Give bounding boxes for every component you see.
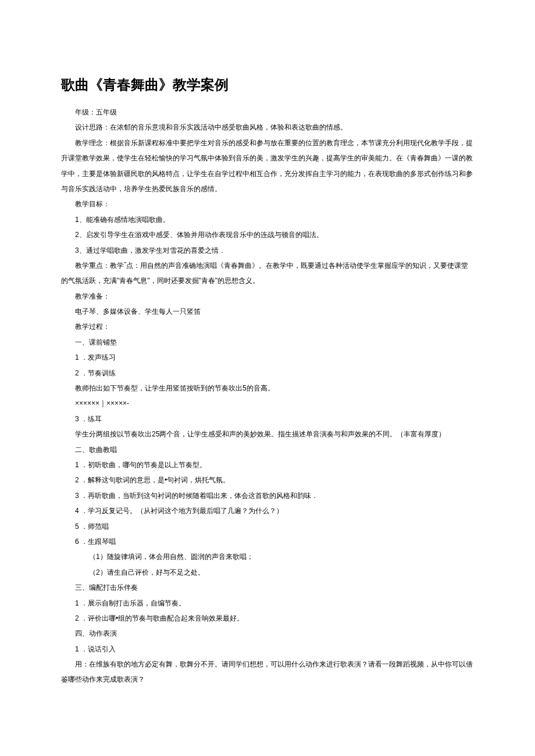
section-4-1: 1 ．说话引入 bbox=[61, 642, 474, 657]
teaching-concept: 教学理念：根据音乐新课程标准中要把学生对音乐的感受和参与放在重要的位置的教育理念… bbox=[61, 135, 474, 197]
section-2-5: 5 ．师范唱 bbox=[61, 519, 474, 534]
section-3-1: 1 ．展示自制打击乐器，自编节奏。 bbox=[61, 596, 474, 611]
prep-items: 电子琴、多媒体设备、学生每人一只竖笛 bbox=[61, 304, 474, 319]
page-title: 歌曲《青春舞曲》教学案例 bbox=[61, 76, 474, 94]
section-4-heading: 四、动作表演 bbox=[61, 626, 474, 641]
section-2-1: 1 ．初听歌曲，哪句的节奏是以上节奏型。 bbox=[61, 457, 474, 472]
goal-2: 2、启发引导学生在游戏中感受、体验并用动作表现音乐中的连战与顿音的唱法。 bbox=[61, 227, 474, 242]
section-1-3-desc: 学生分两组按以节奏吹出25两个音，让学生感受和声的美妙效果。指生描述单音演奏与和… bbox=[61, 427, 474, 442]
section-3-heading: 三、编配打击乐伴奏 bbox=[61, 580, 474, 595]
prep-label: 教学准备： bbox=[61, 289, 474, 304]
goal-3: 3、通过学唱歌曲，激发学生对雪花的喜爱之情． bbox=[61, 243, 474, 258]
goals-label: 教学目标： bbox=[61, 196, 474, 212]
document-page: 歌曲《青春舞曲》教学案例 年级：五年级 设计思路：在浓郁的音乐意境和音乐实践活动… bbox=[0, 0, 535, 711]
section-1-2: 2 ．节奏训练 bbox=[61, 366, 474, 381]
section-1-1: 1 ．发声练习 bbox=[61, 350, 474, 365]
section-2-6: 6 ．生跟琴唱 bbox=[61, 534, 474, 549]
section-2-6-2: （2）请生自己评价，好与不足之处。 bbox=[61, 565, 474, 580]
section-1-heading: 一、课前铺垫 bbox=[61, 335, 474, 350]
section-2-6-1: （1）随旋律填词，体会用自然、圆润的声音来歌唱； bbox=[61, 549, 474, 564]
section-1-3: 3 ．练耳 bbox=[61, 411, 474, 427]
keypoints: 教学重点：教学˝点：用自然的声音准确地演唱《青春舞曲》。在教学中，既要通过各种活… bbox=[61, 258, 474, 289]
goal-1: 1、能准确有感情地演唱歌曲。 bbox=[61, 212, 474, 227]
section-2-heading: 二、歌曲教唱 bbox=[61, 442, 474, 457]
grade-line: 年级：五年级 bbox=[61, 105, 474, 120]
design-idea: 设计思路：在浓郁的音乐意境和音乐实践活动中感受歌曲风格，体验和表达歌曲的情感。 bbox=[61, 120, 474, 135]
section-2-3: 3 ．再听歌曲，当听到这句衬词的时候随着唱出来，体会这首歌的风格和韵味． bbox=[61, 488, 474, 503]
process-label: 教学过程： bbox=[61, 319, 474, 334]
section-3-2: 2 ．评价出哪•组的节奏与歌曲配合起来音响效果最好。 bbox=[61, 611, 474, 626]
section-1-2-desc: 教师拍出如下节奏型，让学生用竖笛按听到的节奏吹出5的音高。 bbox=[61, 381, 474, 396]
section-2-4: 4 ．学习反复记号。（从衬词这个地方到最后唱了几遍？为什么？） bbox=[61, 503, 474, 518]
section-2-2: 2 ．解释这句歌词的意思，是•句衬词，烘托气氛。 bbox=[61, 472, 474, 488]
section-4-1-desc: 用：在维族有歌的地方必定有舞，歌舞分不开。请同学们想想，可以用什么动作来进行歌表… bbox=[61, 657, 474, 687]
rhythm-pattern: ××××××｜×××××- bbox=[61, 396, 474, 411]
